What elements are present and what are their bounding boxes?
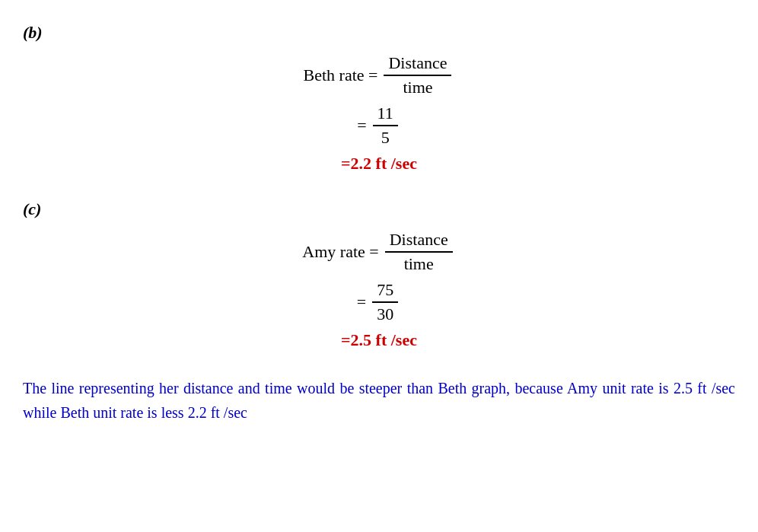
part-b-section: (b) Beth rate = Distance time = 11 5 =2.… <box>23 23 735 177</box>
amy-rate-row-3: =2.5 ft /sec <box>341 330 417 350</box>
beth-fraction-1: Distance time <box>384 53 451 97</box>
equals-sign-3: = <box>369 242 378 262</box>
conclusion-text: The line representing her distance and t… <box>23 376 735 425</box>
amy-rate-row-2: = 75 30 <box>357 280 401 324</box>
equals-sign-4: = <box>357 292 366 312</box>
beth-numerator-1: Distance <box>384 53 451 76</box>
amy-rate-label: Amy rate <box>302 242 369 262</box>
beth-rate-label: Beth rate <box>304 65 369 85</box>
amy-rate-row-1: Amy rate = Distance time <box>302 230 455 274</box>
part-b-label: (b) <box>23 23 735 43</box>
equals-sign-1: = <box>368 65 377 85</box>
amy-denominator-2: 30 <box>372 303 398 324</box>
beth-numerator-2: 11 <box>373 104 398 126</box>
beth-denominator-1: time <box>398 76 437 97</box>
part-c-label: (c) <box>23 199 735 219</box>
amy-result: =2.5 ft /sec <box>341 330 417 350</box>
beth-rate-row-3: =2.2 ft /sec <box>341 154 417 174</box>
beth-denominator-2: 5 <box>377 126 394 148</box>
equals-sign-2: = <box>357 116 366 135</box>
amy-numerator-2: 75 <box>372 280 398 303</box>
amy-fraction-2: 75 30 <box>372 280 398 324</box>
beth-result: =2.2 ft /sec <box>341 154 417 174</box>
amy-denominator-1: time <box>400 253 438 274</box>
part-c-equation-block: Amy rate = Distance time = 75 30 =2.5 ft… <box>23 227 735 353</box>
part-b-equation-block: Beth rate = Distance time = 11 5 =2.2 ft… <box>23 50 735 177</box>
beth-fraction-2: 11 5 <box>373 104 398 148</box>
amy-numerator-1: Distance <box>385 230 453 253</box>
beth-rate-row-2: = 11 5 <box>357 104 401 148</box>
part-c-section: (c) Amy rate = Distance time = 75 30 =2.… <box>23 199 735 353</box>
beth-rate-row-1: Beth rate = Distance time <box>304 53 455 97</box>
amy-fraction-1: Distance time <box>385 230 453 274</box>
